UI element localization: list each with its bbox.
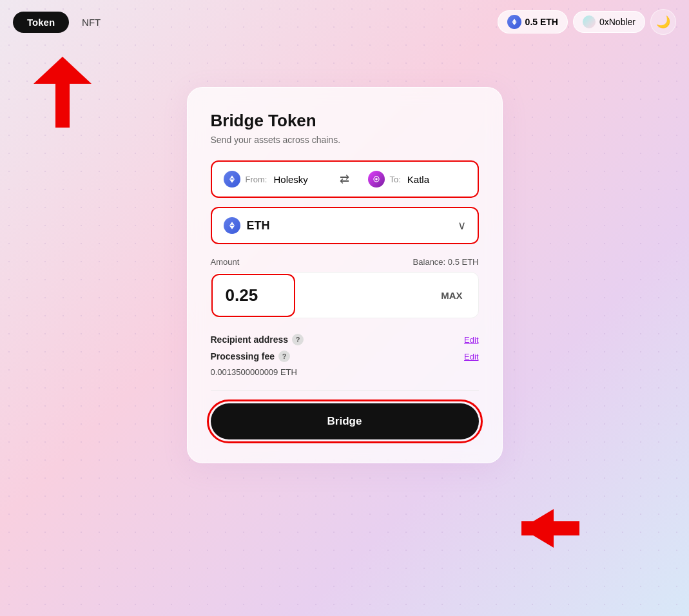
- fee-label-group: Processing fee ?: [211, 351, 291, 362]
- amount-labels: Amount Balance: 0.5 ETH: [211, 257, 479, 267]
- recipient-label-group: Recipient address ?: [211, 334, 304, 345]
- svg-marker-10: [521, 509, 554, 548]
- card-title: Bridge Token: [211, 111, 479, 131]
- swap-chains-button[interactable]: ⇄: [333, 168, 356, 191]
- balance-label: Balance: 0.5 ETH: [413, 257, 479, 267]
- navigation: Token NFT 0.5 ETH 0xNobler 🌙: [0, 0, 689, 44]
- wallet-address: 0xNobler: [599, 17, 636, 27]
- svg-marker-3: [512, 22, 514, 25]
- eth-balance-text: 0.5 ETH: [525, 17, 558, 27]
- token-selector[interactable]: ETH ∨: [211, 207, 479, 244]
- bridge-card: Bridge Token Send your assets across cha…: [187, 87, 503, 463]
- nav-right: 0.5 ETH 0xNobler 🌙: [498, 9, 676, 35]
- svg-marker-17: [232, 222, 235, 226]
- card-subtitle: Send your assets across chains.: [211, 135, 479, 145]
- fee-value: 0.0013500000009 ETH: [211, 367, 479, 377]
- chevron-down-icon: ∨: [458, 218, 466, 233]
- max-button[interactable]: MAX: [425, 280, 478, 311]
- info-section: Recipient address ? Edit Processing fee …: [211, 334, 479, 377]
- amount-label: Amount: [211, 257, 240, 267]
- from-label: From:: [246, 175, 267, 184]
- eth-balance-badge: 0.5 ETH: [498, 10, 568, 34]
- fee-edit-link[interactable]: Edit: [464, 352, 478, 361]
- bridge-button[interactable]: Bridge: [211, 403, 479, 439]
- svg-marker-14: [229, 179, 231, 183]
- token-tab-button[interactable]: Token: [13, 12, 69, 33]
- annotation-arrow-up: [34, 57, 92, 134]
- svg-marker-20: [229, 226, 231, 229]
- svg-marker-11: [232, 175, 235, 179]
- eth-icon: [507, 15, 521, 29]
- recipient-edit-link[interactable]: Edit: [464, 335, 478, 345]
- wallet-badge[interactable]: 0xNobler: [573, 11, 645, 33]
- svg-marker-2: [514, 22, 517, 25]
- token-name: ETH: [247, 219, 270, 233]
- amount-input[interactable]: 0.25: [211, 274, 295, 317]
- from-chain-name: Holesky: [273, 174, 307, 185]
- svg-marker-18: [229, 222, 231, 226]
- nft-tab-button[interactable]: NFT: [77, 12, 106, 33]
- recipient-row: Recipient address ? Edit: [211, 334, 479, 345]
- dark-mode-button[interactable]: 🌙: [650, 9, 676, 35]
- fee-label: Processing fee: [211, 351, 275, 361]
- wallet-avatar: [583, 15, 596, 28]
- from-chain-icon: [224, 171, 240, 188]
- from-chain-selector[interactable]: From: Holesky: [212, 162, 333, 197]
- chain-selector-row: From: Holesky ⇄ To: Katla: [211, 160, 479, 198]
- fee-row: Processing fee ? Edit: [211, 351, 479, 362]
- svg-marker-13: [232, 179, 235, 183]
- recipient-label: Recipient address: [211, 334, 289, 345]
- svg-marker-8: [34, 57, 92, 84]
- token-eth-icon: [224, 217, 240, 234]
- to-chain-selector[interactable]: To: Katla: [356, 162, 478, 197]
- amount-value: 0.25: [226, 285, 258, 305]
- divider: [211, 390, 479, 390]
- annotation-arrow-left: [521, 509, 605, 548]
- svg-marker-12: [229, 175, 231, 179]
- svg-point-16: [375, 178, 378, 180]
- to-chain-name: Katla: [407, 174, 429, 185]
- fee-help-icon[interactable]: ?: [278, 351, 290, 362]
- recipient-help-icon[interactable]: ?: [292, 334, 304, 345]
- token-select-inner: ETH: [224, 217, 451, 234]
- to-chain-icon: [368, 171, 385, 188]
- amount-box: 0.25 MAX: [211, 272, 479, 318]
- to-label: To:: [390, 175, 401, 184]
- svg-marker-19: [232, 226, 235, 229]
